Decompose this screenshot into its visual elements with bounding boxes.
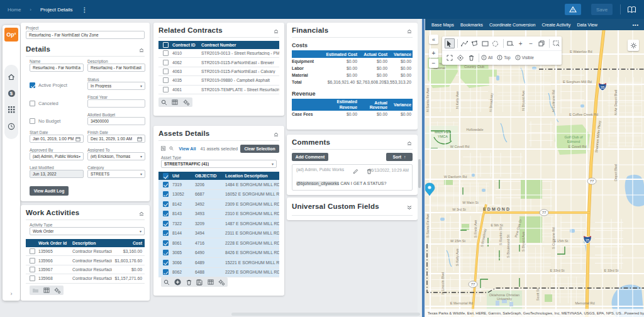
activity-type-select[interactable]: Work Order▾ [30, 227, 145, 235]
clear-graphics-tool[interactable] [466, 53, 476, 63]
identify-visible-button[interactable]: Visible [515, 53, 534, 63]
table-row[interactable]: 732232091487 E SORGHUM MILL RD [158, 219, 279, 229]
row-checkbox[interactable] [30, 275, 35, 281]
row-checkbox[interactable] [163, 50, 169, 56]
row-checkbox[interactable] [30, 258, 35, 264]
header-checkbox-checked[interactable] [163, 173, 169, 179]
view-audit-log-button[interactable]: View Audit Log [30, 186, 69, 196]
comments-collapse-icon[interactable] [407, 141, 412, 145]
history-icon[interactable] [8, 123, 15, 130]
remove-selection-tool[interactable]: − [526, 38, 536, 48]
category-select[interactable]: STREETS▾ [87, 170, 145, 178]
table-row[interactable]: 731932061484 E SORGHUM MILL RD [158, 180, 279, 190]
view-all-link[interactable]: View All [179, 146, 196, 152]
table-row[interactable]: 814234922309 E SORGHUM MILL RD [158, 199, 279, 209]
search-icon[interactable] [161, 99, 167, 106]
row-checkbox-checked[interactable] [163, 221, 169, 226]
layers-button[interactable] [628, 40, 639, 51]
table-row[interactable]: 4063STR2019-0115-FarNorthEast - Calvary [158, 67, 279, 76]
table-row[interactable]: 814434942311 E SORGHUM MILL RD [158, 229, 279, 239]
polygon-tool[interactable] [470, 38, 480, 48]
work-activities-collapse-icon[interactable] [139, 211, 144, 216]
row-checkbox[interactable] [163, 69, 169, 74]
apps-grid-icon[interactable] [8, 106, 15, 113]
table-row[interactable]: 13052668716052 E SORGHUM MILL RD [158, 190, 279, 200]
asset-type-select[interactable]: STREETSTRAFFIC (41)▾ [161, 160, 277, 168]
polyline-tool[interactable] [460, 38, 470, 48]
save-icon[interactable] [196, 279, 203, 286]
start-date-input[interactable]: Jan 01, 2019, 1:00 PM [30, 135, 84, 143]
approved-by-select[interactable]: (ad) Admin, Public Works▾ [30, 152, 84, 160]
row-checkbox[interactable] [30, 267, 35, 272]
alert-button[interactable] [565, 4, 581, 15]
edit-pencil-icon[interactable] [353, 169, 358, 174]
table-row[interactable]: 135967Contractor Resurfacing$0.00 [26, 265, 145, 274]
table-row[interactable]: 806147162228 E SORGHUM MILL RD [158, 238, 279, 248]
horizontal-scrollbar-handle[interactable] [231, 313, 420, 316]
row-checkbox-checked[interactable] [163, 230, 169, 236]
gears-icon[interactable] [183, 99, 190, 106]
add-selection-tool[interactable]: + [516, 38, 526, 48]
details-collapse-icon[interactable] [139, 48, 144, 52]
menu-bookmarks[interactable]: Bookmarks [460, 22, 483, 28]
fiscal-year-input[interactable] [87, 99, 145, 108]
row-checkbox-checked[interactable] [163, 250, 169, 255]
table-row[interactable]: 3066648915221 E SORGHUM MILL RD [158, 258, 279, 268]
table-row[interactable]: 4062STR2019-0115-FarNorthEast - Brewer [158, 58, 279, 67]
table-row[interactable]: 4061STR2019-TEMPLATE - Street Resurfacin… [158, 86, 279, 94]
finance-icon[interactable]: $ [8, 90, 15, 97]
vertical-scrollbar-handle[interactable] [418, 159, 421, 188]
menu-base-maps[interactable]: Base Maps [431, 22, 454, 28]
save-button[interactable]: Save [591, 4, 613, 15]
assigned-to-select[interactable]: (et) Erickson, Thomas▾ [87, 152, 145, 160]
search-icon[interactable] [169, 145, 174, 152]
table-row[interactable]: 135966Contractor Resurfacing$1,603,176.6… [26, 256, 145, 265]
table-row[interactable]: 4010STR2019-0013 - Street Resurfacing - … [158, 49, 279, 58]
row-checkbox-checked[interactable] [163, 269, 169, 275]
no-budget-checkbox[interactable]: No Budget [30, 118, 60, 124]
table-row[interactable]: 4035STR2019-09880 - Campbell Asphalt [158, 76, 279, 85]
related-contracts-collapse-icon[interactable] [274, 29, 279, 33]
row-checkbox-checked[interactable] [163, 191, 169, 197]
home-icon[interactable] [8, 74, 15, 81]
copy-features-tool[interactable] [536, 38, 547, 48]
header-checkbox[interactable] [163, 42, 169, 48]
search-icon[interactable] [164, 279, 170, 286]
table-row[interactable]: 135968Contractor Resurfacing$1,157,271.6… [26, 274, 145, 283]
menu-create-activity[interactable]: Create Activity [541, 22, 570, 28]
add-circle-icon[interactable] [174, 279, 181, 286]
zoom-out-button[interactable]: − [429, 58, 438, 68]
map-book-button[interactable] [627, 6, 636, 14]
finish-date-input[interactable]: Dec 31, 2029, 1:00 AM [87, 135, 145, 143]
table-icon[interactable] [43, 287, 50, 293]
active-project-checkbox[interactable]: Active Project [30, 82, 67, 88]
row-checkbox[interactable] [163, 60, 169, 65]
identify-all-button[interactable]: All [481, 53, 492, 63]
filter-icon[interactable] [161, 145, 165, 152]
gears-icon[interactable] [54, 287, 61, 294]
status-select[interactable]: In Progress▾ [87, 82, 145, 90]
ucf-expand-icon[interactable] [407, 205, 412, 210]
row-checkbox-checked[interactable] [163, 182, 169, 187]
zoom-extent-tool[interactable] [445, 53, 455, 63]
financials-collapse-icon[interactable] [407, 29, 412, 33]
table-row[interactable]: 306564908426 E SORGHUM MILL RD [158, 248, 279, 259]
identify-top-button[interactable]: Top [497, 53, 510, 63]
menu-data-view[interactable]: Data View [577, 22, 597, 28]
clear-selection-button[interactable]: Clear Selection [240, 145, 279, 153]
row-checkbox-checked[interactable] [163, 211, 169, 216]
row-checkbox-checked[interactable] [163, 201, 169, 207]
select-cursor-tool[interactable] [445, 38, 455, 48]
table-icon[interactable] [208, 279, 214, 285]
name-input[interactable]: Resurfacing - Far NorthEast City Zon [30, 64, 84, 72]
select-rectangle-tool[interactable] [506, 38, 516, 48]
assets-collapse-icon[interactable] [274, 132, 279, 136]
menu-coordinate-conversion[interactable]: Coordinate Conversion [489, 22, 536, 28]
table-row[interactable]: 814334932310 E SORGHUM MILL RD [158, 209, 279, 220]
row-checkbox[interactable] [30, 248, 35, 254]
folder-icon[interactable] [32, 287, 39, 293]
row-checkbox-checked[interactable] [163, 240, 169, 246]
panel-map-splitter[interactable] [422, 19, 425, 317]
description-input[interactable]: Resurfacing - Far NorthEast City Zon [87, 64, 145, 72]
breadcrumb-home[interactable]: Home [8, 7, 21, 13]
